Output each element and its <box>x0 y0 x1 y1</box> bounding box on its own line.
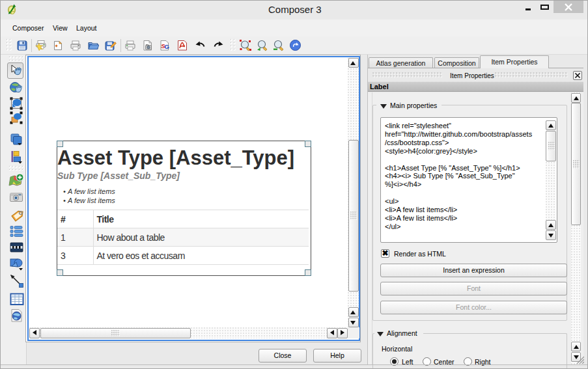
svg-text:G: G <box>165 43 169 50</box>
